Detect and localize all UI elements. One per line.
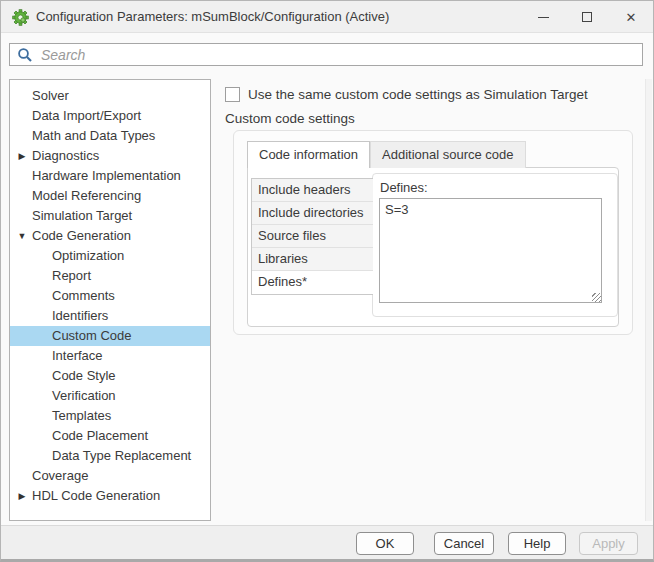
- sidebar-item-report[interactable]: Report: [10, 266, 210, 286]
- maximize-icon: [582, 12, 592, 22]
- sidebar-item-simulation-target[interactable]: Simulation Target: [10, 206, 210, 226]
- titlebar: Configuration Parameters: mSumBlock/Conf…: [1, 1, 653, 33]
- sidebar-item-code-generation[interactable]: Code Generation: [10, 226, 210, 246]
- scrollbar[interactable]: [645, 79, 652, 521]
- sidebar-item-solver[interactable]: Solver: [10, 86, 210, 106]
- sidebar-item-interface[interactable]: Interface: [10, 346, 210, 366]
- sidebar-item-model-referencing[interactable]: Model Referencing: [10, 186, 210, 206]
- collapsed-arrow-icon[interactable]: [15, 146, 29, 166]
- sidebar-item-label: Templates: [52, 408, 111, 423]
- help-button[interactable]: Help: [508, 532, 566, 555]
- sidebar-item-identifiers[interactable]: Identifiers: [10, 306, 210, 326]
- sidebar-item-label: Code Generation: [32, 228, 131, 243]
- sidebar-item-code-placement[interactable]: Code Placement: [10, 426, 210, 446]
- sidebar-item-label: Report: [52, 268, 91, 283]
- sidebar-item-label: Code Style: [52, 368, 116, 383]
- window-title: Configuration Parameters: mSumBlock/Conf…: [36, 9, 389, 24]
- simulink-gear-icon: [12, 9, 29, 26]
- checkbox-label: Use the same custom code settings as Sim…: [248, 87, 588, 102]
- sidebar-item-templates[interactable]: Templates: [10, 406, 210, 426]
- sidebar-item-label: Coverage: [32, 468, 88, 483]
- sidebar-item-custom-code[interactable]: Custom Code: [10, 326, 210, 346]
- sidebar-item-label: Code Placement: [52, 428, 148, 443]
- sidebar-item-data-type-replacement[interactable]: Data Type Replacement: [10, 446, 210, 466]
- tab-code-information[interactable]: Code information: [247, 141, 370, 168]
- defines-textarea[interactable]: S=3: [379, 198, 602, 303]
- apply-button[interactable]: Apply: [579, 532, 638, 555]
- search-input[interactable]: [10, 44, 642, 65]
- cancel-button[interactable]: Cancel: [434, 532, 494, 555]
- category-list: Include headers Include directories Sour…: [251, 178, 373, 295]
- sidebar-item-label: Simulation Target: [32, 208, 132, 223]
- resize-handle-icon[interactable]: [592, 293, 601, 302]
- search-box: [9, 43, 643, 66]
- close-button[interactable]: ✕: [609, 1, 653, 33]
- sidebar-item-label: Interface: [52, 348, 103, 363]
- sidebar-item-optimization[interactable]: Optimization: [10, 246, 210, 266]
- tab-additional-source-code[interactable]: Additional source code: [370, 141, 526, 168]
- sidebar-item-label: Verification: [52, 388, 116, 403]
- sidebar-item-comments[interactable]: Comments: [10, 286, 210, 306]
- sidebar-item-diagnostics[interactable]: Diagnostics: [10, 146, 210, 166]
- tab-bar: Code information Additional source code: [247, 141, 526, 168]
- list-item-defines[interactable]: Defines*: [252, 271, 373, 294]
- sidebar-item-code-style[interactable]: Code Style: [10, 366, 210, 386]
- expanded-arrow-icon[interactable]: [15, 226, 29, 246]
- list-item-source-files[interactable]: Source files: [252, 225, 373, 248]
- sidebar-item-label: Math and Data Types: [32, 128, 155, 143]
- sidebar-item-label: Custom Code: [52, 328, 131, 343]
- list-item-include-headers[interactable]: Include headers: [252, 179, 373, 202]
- defines-editor-pane: Defines: S=3: [372, 173, 618, 317]
- custom-code-settings-label: Custom code settings: [225, 111, 355, 126]
- button-bar: OK Cancel Help Apply: [1, 525, 653, 559]
- use-simulation-target-checkbox[interactable]: [225, 87, 240, 102]
- minimize-icon: [538, 17, 549, 18]
- maximize-button[interactable]: [565, 1, 609, 33]
- sidebar-item-label: Data Import/Export: [32, 108, 141, 123]
- sidebar-item-verification[interactable]: Verification: [10, 386, 210, 406]
- list-item-include-directories[interactable]: Include directories: [252, 202, 373, 225]
- configuration-parameters-dialog: Configuration Parameters: mSumBlock/Conf…: [0, 0, 654, 562]
- sidebar-item-coverage[interactable]: Coverage: [10, 466, 210, 486]
- close-icon: ✕: [626, 11, 637, 24]
- sidebar-item-label: Solver: [32, 88, 69, 103]
- defines-label: Defines:: [380, 180, 428, 195]
- search-area: [1, 34, 653, 78]
- sidebar-item-math-and-data-types[interactable]: Math and Data Types: [10, 126, 210, 146]
- sidebar-item-label: Data Type Replacement: [52, 448, 191, 463]
- custom-code-pane: Use the same custom code settings as Sim…: [216, 78, 646, 526]
- sidebar-item-label: Optimization: [52, 248, 124, 263]
- ok-button[interactable]: OK: [356, 532, 414, 555]
- sidebar-item-data-import-export[interactable]: Data Import/Export: [10, 106, 210, 126]
- category-tree: Solver Data Import/Export Math and Data …: [9, 79, 211, 521]
- sidebar-item-hdl-code-generation[interactable]: HDL Code Generation: [10, 486, 210, 506]
- sidebar-item-label: Identifiers: [52, 308, 108, 323]
- collapsed-arrow-icon[interactable]: [15, 486, 29, 506]
- sidebar-item-label: Hardware Implementation: [32, 168, 181, 183]
- sidebar-item-label: HDL Code Generation: [32, 488, 160, 503]
- sidebar-item-hardware-implementation[interactable]: Hardware Implementation: [10, 166, 210, 186]
- sidebar-item-label: Model Referencing: [32, 188, 141, 203]
- minimize-button[interactable]: [521, 1, 565, 33]
- list-item-libraries[interactable]: Libraries: [252, 248, 373, 271]
- sidebar-item-label: Comments: [52, 288, 115, 303]
- sidebar-item-label: Diagnostics: [32, 148, 99, 163]
